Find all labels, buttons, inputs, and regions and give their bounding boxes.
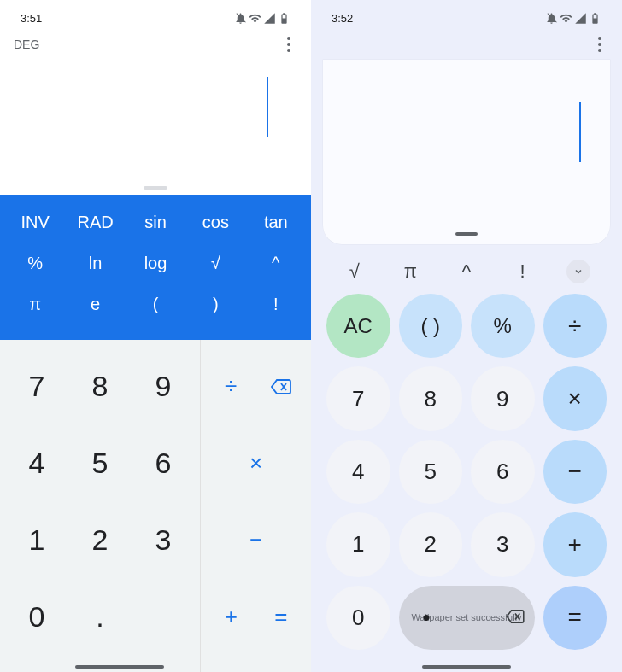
calc-header [311, 29, 622, 60]
power-button[interactable]: ^ [246, 243, 306, 283]
expand-scientific-button[interactable] [550, 254, 607, 289]
status-icons [234, 12, 290, 25]
dnd-icon [545, 12, 558, 25]
dnd-icon [234, 12, 247, 25]
log-button[interactable]: log [126, 243, 185, 283]
digit-3-button[interactable]: 3 [132, 502, 195, 579]
inv-button[interactable]: INV [5, 202, 65, 243]
signal-icon [263, 12, 276, 25]
ln-button[interactable]: ln [65, 243, 125, 283]
parentheses-button[interactable]: ( ) [399, 294, 463, 358]
divide-button[interactable]: ÷ [543, 294, 607, 358]
pi-button[interactable]: π [5, 283, 65, 324]
backspace-icon [271, 379, 291, 394]
divide-button[interactable]: ÷ [206, 348, 256, 425]
status-time: 3:51 [21, 12, 42, 25]
spacer [132, 578, 195, 655]
plus-button[interactable]: + [206, 578, 256, 655]
nav-home-pill[interactable] [422, 665, 511, 669]
calculator-display[interactable] [0, 60, 311, 186]
minus-button[interactable]: − [206, 502, 306, 579]
nav-home-pill[interactable] [75, 665, 164, 669]
digit-7-button[interactable]: 7 [5, 348, 68, 425]
digit-5-button[interactable]: 5 [68, 425, 132, 502]
scientific-row: √ π ^ ! [311, 244, 622, 290]
multiply-button[interactable]: × [206, 425, 306, 502]
digit-7-button[interactable]: 7 [326, 366, 390, 430]
calc-header: DEG [0, 29, 311, 60]
digit-1-button[interactable]: 1 [326, 512, 390, 576]
factorial-button[interactable]: ! [495, 254, 551, 289]
sqrt-button[interactable]: √ [185, 243, 245, 283]
digit-0-button[interactable]: 0 [326, 586, 390, 650]
digit-2-button[interactable]: 2 [399, 512, 463, 576]
digit-4-button[interactable]: 4 [5, 425, 68, 502]
cursor-icon [267, 77, 268, 137]
equals-button[interactable]: = [543, 586, 607, 650]
sin-button[interactable]: sin [126, 202, 185, 243]
battery-icon [589, 12, 601, 25]
digit-6-button[interactable]: 6 [132, 425, 195, 502]
drag-handle[interactable] [455, 232, 478, 236]
keypad: AC ( ) % ÷ 7 8 9 × 4 5 6 − 1 2 3 + 0 • W… [311, 290, 622, 672]
overflow-menu-button[interactable] [273, 29, 304, 60]
percent-button[interactable]: % [471, 294, 535, 358]
digit-4-button[interactable]: 4 [326, 440, 390, 504]
toast-snackbar: • Wallpaper set successfully [399, 586, 535, 650]
digit-1-button[interactable]: 1 [5, 502, 68, 579]
equals-button[interactable]: = [256, 578, 307, 655]
calculator-display[interactable] [323, 60, 610, 244]
multiply-button[interactable]: × [543, 366, 607, 430]
cos-button[interactable]: cos [185, 202, 245, 243]
digit-9-button[interactable]: 9 [132, 348, 195, 425]
wifi-icon [249, 12, 261, 25]
digit-3-button[interactable]: 3 [471, 512, 535, 576]
e-button[interactable]: e [65, 283, 125, 324]
percent-button[interactable]: % [5, 243, 65, 283]
rad-button[interactable]: RAD [65, 202, 125, 243]
digit-5-button[interactable]: 5 [399, 440, 463, 504]
keypad: 7 8 9 4 5 6 1 2 3 0 . ÷ × − + = [0, 340, 311, 672]
cursor-icon [579, 102, 581, 162]
digit-9-button[interactable]: 9 [471, 366, 535, 430]
wifi-icon [560, 12, 572, 25]
lparen-button[interactable]: ( [126, 283, 185, 324]
digit-8-button[interactable]: 8 [68, 348, 132, 425]
rparen-button[interactable]: ) [185, 283, 245, 324]
power-button[interactable]: ^ [438, 254, 495, 289]
backspace-icon [506, 610, 525, 623]
plus-button[interactable]: + [543, 512, 607, 576]
minus-button[interactable]: − [543, 440, 607, 504]
digit-6-button[interactable]: 6 [471, 440, 535, 504]
digit-8-button[interactable]: 8 [399, 366, 463, 430]
backspace-button[interactable] [506, 610, 525, 625]
factorial-button[interactable]: ! [246, 283, 306, 324]
sqrt-button[interactable]: √ [326, 254, 383, 289]
tan-button[interactable]: tan [246, 202, 306, 243]
digit-0-button[interactable]: 0 [5, 578, 68, 655]
status-time: 3:52 [332, 12, 353, 25]
angle-mode-label[interactable]: DEG [14, 38, 39, 51]
decimal-button[interactable]: • [423, 605, 431, 631]
all-clear-button[interactable]: AC [326, 294, 390, 358]
signal-icon [574, 12, 587, 25]
status-bar: 3:51 [0, 7, 311, 29]
status-bar: 3:52 [311, 7, 622, 29]
battery-icon [278, 12, 290, 25]
status-icons [545, 12, 601, 25]
overflow-menu-button[interactable] [584, 29, 615, 60]
decimal-button[interactable]: . [68, 578, 132, 655]
chevron-down-icon [573, 266, 584, 277]
digit-2-button[interactable]: 2 [68, 502, 132, 579]
pi-button[interactable]: π [383, 254, 439, 289]
drag-handle[interactable] [144, 186, 167, 190]
backspace-button[interactable] [256, 348, 307, 425]
scientific-panel: INV RAD sin cos tan % ln log √ ^ π e ( )… [0, 195, 311, 340]
